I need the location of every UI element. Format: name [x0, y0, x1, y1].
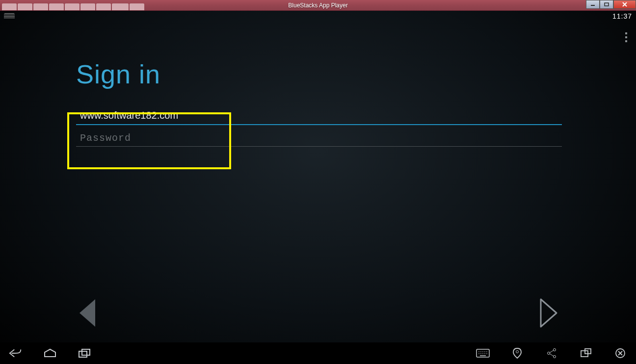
overflow-menu-icon[interactable]	[625, 32, 627, 42]
recent-apps-icon[interactable]	[78, 348, 91, 359]
next-arrow-button[interactable]	[535, 297, 562, 329]
password-input[interactable]	[76, 128, 562, 147]
statusbar-clock: 11:37	[612, 12, 632, 20]
email-input[interactable]	[76, 106, 562, 125]
home-icon[interactable]	[43, 348, 57, 359]
window-title: BlueStacks App Player	[288, 2, 347, 9]
svg-line-20	[550, 350, 554, 353]
titlebar-tab[interactable]	[49, 3, 64, 10]
window-titlebar: BlueStacks App Player	[0, 0, 636, 11]
close-app-icon[interactable]	[613, 348, 627, 359]
android-statusbar: 11:37	[0, 11, 636, 22]
location-icon[interactable]	[510, 348, 524, 359]
keyboard-toggle-icon[interactable]	[476, 348, 490, 359]
titlebar-tab[interactable]	[80, 3, 95, 10]
svg-rect-2	[79, 351, 87, 357]
minimize-button[interactable]	[586, 0, 600, 9]
svg-rect-3	[82, 349, 90, 355]
titlebar-tab[interactable]	[65, 3, 80, 10]
android-navbar	[0, 342, 636, 364]
svg-line-21	[550, 354, 554, 356]
titlebar-tab[interactable]	[33, 3, 48, 10]
maximize-button[interactable]	[600, 0, 613, 9]
svg-point-18	[548, 352, 550, 355]
titlebar-tab[interactable]	[2, 3, 17, 10]
app-viewport: 11:37 Sign in	[0, 11, 636, 364]
titlebar-tab[interactable]	[130, 3, 144, 10]
window-controls	[586, 0, 636, 10]
fullscreen-icon[interactable]	[579, 348, 593, 359]
svg-point-17	[554, 349, 556, 351]
close-button[interactable]	[613, 0, 636, 9]
titlebar-tab[interactable]	[18, 3, 32, 10]
share-icon[interactable]	[545, 348, 558, 359]
page-title: Sign in	[76, 59, 562, 89]
titlebar-tabs	[2, 0, 144, 10]
back-arrow-button[interactable]	[74, 297, 101, 329]
keyboard-icon	[4, 13, 15, 19]
titlebar-tab[interactable]	[112, 3, 129, 10]
signin-form: Sign in	[76, 59, 562, 147]
svg-point-16	[516, 351, 519, 353]
titlebar-tab[interactable]	[96, 3, 111, 10]
svg-rect-1	[605, 3, 609, 6]
svg-point-19	[554, 356, 556, 358]
back-icon[interactable]	[9, 348, 23, 359]
password-field-wrap	[76, 128, 562, 147]
email-field-wrap	[76, 106, 562, 125]
